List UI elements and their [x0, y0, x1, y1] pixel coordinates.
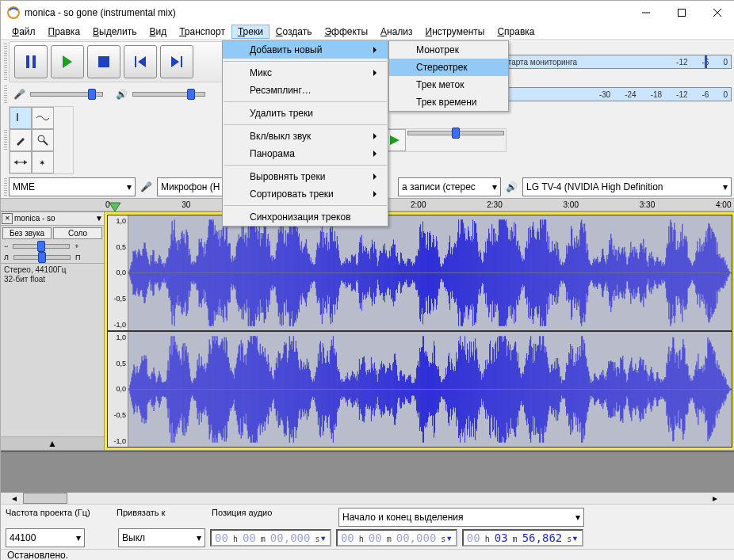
multi-tool[interactable]: ✶	[32, 151, 54, 173]
menu-sync-tracks[interactable]: Синхронизация треков	[223, 208, 388, 226]
speaker-icon: 🔊	[503, 181, 521, 192]
track-collapse-button[interactable]: ▲	[1, 436, 104, 450]
timeline-tick: 0	[105, 200, 110, 209]
mic-icon: 🎤	[137, 181, 155, 192]
edit-tools: I ✶	[9, 106, 74, 174]
selection-mode-combo[interactable]: Начало и конец выделения▾	[338, 508, 584, 527]
play-speed-slider[interactable]	[407, 131, 504, 135]
pan-slider-row: ЛП	[1, 252, 104, 263]
recording-channels-value: а записи (стерес	[402, 181, 476, 192]
mic-icon: 🎤	[13, 89, 25, 100]
menu-анализ[interactable]: Анализ	[374, 25, 419, 39]
horizontal-scrollbar[interactable]: ◂ ▸	[1, 492, 734, 504]
empty-track-area[interactable]	[1, 451, 734, 492]
menu-resampling[interactable]: Ресэмплинг…	[223, 82, 388, 99]
transport-controls	[9, 41, 235, 82]
submenu-stereo[interactable]: Стереотрек	[389, 59, 508, 76]
snap-to-label: Привязать к	[117, 508, 204, 527]
selection-end-display[interactable]: 00 h 03 m 56,862 s▾	[462, 529, 583, 547]
minimize-button[interactable]	[628, 1, 663, 25]
track-dropdown-icon[interactable]: ▼	[95, 214, 103, 223]
svg-rect-6	[32, 55, 36, 68]
menu-инструменты[interactable]: Инструменты	[419, 25, 491, 39]
waveform-channel-right[interactable]: 1,00,50,0-0,5-1,0	[107, 331, 732, 448]
svg-marker-7	[63, 55, 72, 68]
playback-device-combo[interactable]: LG TV-4 (NVIDIA High Definition▾	[522, 177, 732, 196]
title-bar: monica - so gone (instrumental mix)	[1, 1, 734, 25]
menu-panorama[interactable]: Панорама	[223, 145, 388, 162]
maximize-button[interactable]	[663, 1, 699, 25]
timeline-tick: 30	[182, 200, 190, 209]
menu-add-new[interactable]: Добавить новый	[223, 41, 388, 59]
meter-text: я старта мониторинга	[498, 58, 578, 67]
selection-start-display[interactable]: 00 h 00 m 00,000 s▾	[336, 529, 457, 547]
app-icon	[7, 6, 20, 19]
stop-button[interactable]	[87, 45, 120, 78]
menu-bar: ФайлПравкаВыделитьВидТранспортТрекиСозда…	[1, 25, 734, 40]
menu-создать[interactable]: Создать	[270, 25, 319, 39]
menu-треки[interactable]: Треки	[231, 25, 270, 39]
audio-position-display[interactable]: 00 h 00 m 00,000 s▾	[210, 529, 331, 547]
play-at-speed-group	[383, 128, 507, 152]
timeline-tick: 2:00	[411, 200, 426, 209]
svg-marker-24	[390, 135, 399, 145]
waveform-channel-left[interactable]: 1,00,50,0-0,5-1,0	[107, 215, 732, 331]
svg-marker-11	[171, 56, 179, 67]
menu-выделить[interactable]: Выделить	[86, 25, 143, 39]
svg-line-15	[44, 141, 48, 145]
submenu-label-track[interactable]: Трек меток	[389, 76, 508, 93]
svg-text:✶: ✶	[39, 158, 45, 167]
svg-rect-2	[678, 10, 685, 17]
menu-вид[interactable]: Вид	[143, 25, 173, 39]
scroll-thumb[interactable]	[23, 493, 67, 504]
mute-button[interactable]: Без звука	[2, 227, 52, 239]
timeshift-tool[interactable]	[10, 151, 32, 173]
pan-slider[interactable]	[13, 255, 71, 260]
menu-align-tracks[interactable]: Выровнять треки	[223, 168, 388, 185]
svg-marker-17	[14, 160, 17, 165]
skip-end-button[interactable]	[160, 45, 193, 78]
waveform-display[interactable]: 1,00,50,0-0,5-1,0 1,00,50,0-0,5-1,0	[105, 212, 734, 450]
menu-файл[interactable]: Файл	[6, 25, 42, 39]
menu-правка[interactable]: Правка	[42, 25, 87, 39]
track-close-button[interactable]: ✕	[2, 213, 13, 224]
solo-button[interactable]: Соло	[53, 227, 102, 239]
submenu-time-track[interactable]: Трек времени	[389, 93, 508, 111]
envelope-tool[interactable]	[32, 107, 54, 129]
project-rate-combo[interactable]: 44100▾	[6, 528, 85, 547]
timeline-tick: 3:30	[640, 200, 655, 209]
submenu-mono[interactable]: Монотрек	[389, 41, 508, 59]
pause-button[interactable]	[14, 45, 48, 78]
rec-volume-slider[interactable]	[30, 92, 103, 97]
gain-slider-row: −+	[1, 241, 104, 252]
playback-device-value: LG TV-4 (NVIDIA High Definition	[526, 181, 663, 192]
play-button[interactable]	[51, 45, 84, 78]
track-name[interactable]: monica - so	[14, 214, 55, 223]
menu-mix[interactable]: Микс	[223, 64, 388, 82]
play-volume-slider[interactable]	[132, 92, 205, 97]
timeline-tick: 3:00	[564, 200, 579, 209]
zoom-tool[interactable]	[32, 129, 54, 151]
scroll-left-icon[interactable]: ◂	[12, 493, 23, 504]
playback-meter[interactable]: -30-24-18-12-60	[482, 87, 732, 101]
menu-delete-tracks[interactable]: Удалить треки	[223, 105, 388, 122]
recording-meter[interactable]: я старта мониторинга -12-60	[494, 55, 732, 69]
snap-to-combo[interactable]: Выкл▾	[118, 528, 205, 547]
draw-tool[interactable]	[10, 129, 32, 151]
close-button[interactable]	[699, 1, 734, 25]
gain-slider[interactable]	[13, 244, 70, 249]
recording-channels-combo[interactable]: а записи (стерес▾	[398, 177, 501, 196]
scroll-right-icon[interactable]: ▸	[713, 493, 724, 504]
svg-marker-10	[138, 56, 146, 67]
host-api-combo[interactable]: MME▾	[9, 177, 136, 196]
svg-rect-9	[135, 56, 136, 67]
menu-справка[interactable]: Справка	[491, 25, 541, 39]
menu-транспорт[interactable]: Транспорт	[173, 25, 231, 39]
menu-mute-toggle[interactable]: Вкл/выкл звук	[223, 128, 388, 145]
svg-rect-8	[98, 56, 109, 67]
skip-start-button[interactable]	[124, 45, 157, 78]
menu-sort-tracks[interactable]: Сортировать треки	[223, 185, 388, 203]
menu-эффекты[interactable]: Эффекты	[318, 25, 374, 39]
svg-text:I: I	[16, 112, 19, 124]
selection-tool[interactable]: I	[10, 107, 32, 129]
